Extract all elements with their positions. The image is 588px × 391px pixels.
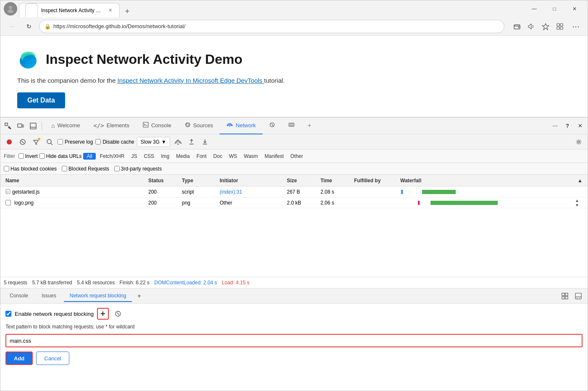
collections-icon[interactable]: [554, 21, 566, 32]
drawer-dock-button[interactable]: [572, 290, 584, 302]
filter-button[interactable]: [31, 136, 42, 147]
bottom-panel-content: Enable network request blocking + Text p…: [0, 304, 588, 391]
more-tools-button[interactable]: ⋯: [549, 120, 561, 132]
col-header-initiator: Initiator: [216, 178, 284, 184]
bottom-tab-add-button[interactable]: +: [134, 291, 144, 302]
new-tab-button[interactable]: +: [121, 5, 133, 17]
minimize-button[interactable]: —: [525, 2, 544, 16]
blocked-requests-checkbox[interactable]: Blocked Requests: [62, 166, 109, 172]
row-type-0: script: [178, 189, 216, 195]
refresh-button[interactable]: ↻: [22, 20, 36, 33]
back-button[interactable]: ←: [5, 20, 19, 33]
tab-title: Inspect Network Activity Demo: [41, 8, 103, 13]
has-blocked-cookies-checkbox[interactable]: Has blocked cookies: [4, 166, 57, 172]
settings-menu-button[interactable]: ⋯: [569, 20, 583, 33]
maximize-button[interactable]: □: [545, 2, 564, 16]
filter-js[interactable]: JS: [129, 153, 139, 160]
page-header: Inspect Network Activity Demo: [17, 48, 571, 70]
table-row[interactable]: JS getstarted.js 200 script (index):31 2…: [0, 186, 588, 197]
tab-sources[interactable]: Sources: [178, 118, 220, 134]
inspect-element-button[interactable]: [2, 120, 14, 132]
upload-icon[interactable]: [186, 136, 197, 147]
svg-point-25: [7, 139, 12, 144]
svg-rect-9: [560, 27, 563, 29]
undock-button[interactable]: [559, 290, 571, 302]
third-party-checkbox[interactable]: 3rd-party requests: [114, 166, 162, 172]
read-aloud-icon[interactable]: [525, 21, 537, 32]
tab-memory[interactable]: [282, 118, 301, 134]
browser-window: Inspect Network Activity Demo ✕ + — □ ✕ …: [0, 0, 588, 391]
svg-point-0: [9, 6, 12, 9]
tab-console[interactable]: Console: [136, 118, 178, 134]
record-button[interactable]: [4, 136, 15, 147]
filter-manifest[interactable]: Manifest: [262, 153, 286, 160]
online-button[interactable]: [173, 136, 184, 147]
bottom-tab-network-request-blocking[interactable]: Network request blocking: [64, 290, 132, 302]
bottom-tab-issues[interactable]: Issues: [36, 290, 62, 302]
page-description: This is the companion demo for the Inspe…: [17, 77, 571, 84]
filter-ws[interactable]: WS: [226, 153, 239, 160]
filter-img[interactable]: Img: [158, 153, 172, 160]
filter-wasm[interactable]: Wasm: [242, 153, 261, 160]
wallet-icon[interactable]: [511, 21, 523, 32]
profile-icon[interactable]: [4, 2, 17, 16]
svg-line-27: [21, 141, 24, 143]
search-button[interactable]: [44, 136, 55, 147]
row-waterfall-0: [397, 186, 586, 197]
pattern-input[interactable]: [5, 334, 583, 347]
table-header: Name Status Type Initiator Size Time Ful…: [0, 175, 588, 186]
preserve-log-checkbox[interactable]: Preserve log: [58, 139, 93, 145]
filter-css[interactable]: CSS: [141, 153, 157, 160]
throttle-dropdown[interactable]: Slow 3G ▼: [137, 137, 170, 147]
device-toolbar-button[interactable]: [15, 120, 26, 132]
clear-button[interactable]: [17, 136, 28, 147]
svg-rect-14: [30, 123, 36, 129]
filter-other[interactable]: Other: [288, 153, 305, 160]
enable-blocking-checkbox[interactable]: [5, 311, 11, 317]
help-button[interactable]: ?: [562, 120, 573, 132]
tab-performance[interactable]: [262, 118, 282, 134]
invert-filter-checkbox[interactable]: Invert: [18, 153, 38, 159]
tab-welcome-label: Welcome: [57, 122, 80, 129]
cancel-button[interactable]: Cancel: [36, 352, 69, 365]
resources-size: 5.4 kB resources: [77, 280, 115, 286]
url-bar[interactable]: 🔒 https://microsoftedge.github.io/Demos/…: [39, 20, 504, 33]
url-text: https://microsoftedge.github.io/Demos/ne…: [53, 23, 185, 29]
sources-icon: [185, 122, 191, 129]
download-icon[interactable]: [200, 136, 210, 147]
clear-patterns-button[interactable]: [112, 308, 124, 320]
devtools-panel: ⌂ Welcome </> Elements Console: [0, 117, 588, 391]
add-pattern-button[interactable]: +: [97, 308, 109, 320]
tutorial-link[interactable]: Inspect Network Activity In Microsoft Ed…: [117, 77, 264, 84]
enable-blocking-label: Enable network request blocking: [15, 311, 94, 317]
bottom-panel: Console Issues Network request blocking …: [0, 289, 588, 391]
get-data-button[interactable]: Get Data: [17, 92, 65, 108]
row-checkbox-1[interactable]: [5, 200, 11, 205]
address-bar: ← ↻ 🔒 https://microsoftedge.github.io/De…: [0, 17, 588, 36]
hide-data-urls-checkbox[interactable]: Hide data URLs: [39, 153, 82, 159]
network-settings-button[interactable]: [573, 136, 584, 147]
tab-elements[interactable]: </> Elements: [87, 118, 136, 134]
table-row[interactable]: logo.png 200 png Other 2.0 kB 2.06 s ▲▼: [0, 197, 588, 208]
browser-tab-active[interactable]: Inspect Network Activity Demo ✕: [19, 3, 120, 17]
close-button[interactable]: ✕: [565, 2, 584, 16]
filter-fetch-xhr[interactable]: Fetch/XHR: [97, 153, 127, 160]
pattern-hint: Text pattern to block matching requests;…: [5, 324, 583, 330]
disable-cache-checkbox[interactable]: Disable cache: [95, 139, 134, 145]
filter-media[interactable]: Media: [173, 153, 192, 160]
row-type-1: png: [178, 200, 216, 206]
tab-close-button[interactable]: ✕: [107, 7, 113, 14]
favorites-icon[interactable]: [540, 21, 551, 32]
close-devtools-button[interactable]: ✕: [574, 120, 586, 132]
bottom-tab-console[interactable]: Console: [4, 290, 34, 302]
add-button[interactable]: Add: [5, 352, 33, 365]
tab-network[interactable]: Network: [220, 118, 262, 134]
tab-add[interactable]: +: [301, 118, 318, 134]
filter-font[interactable]: Font: [194, 153, 209, 160]
filter-doc[interactable]: Doc: [211, 153, 225, 160]
initiator-link-0[interactable]: (index):31: [220, 189, 242, 195]
tab-welcome[interactable]: ⌂ Welcome: [45, 118, 87, 134]
filter-all-button[interactable]: All: [83, 153, 95, 160]
drawer-toggle-button[interactable]: [27, 120, 39, 132]
filter-bar: Filter Invert Hide data URLs All Fetch/X…: [0, 150, 588, 163]
